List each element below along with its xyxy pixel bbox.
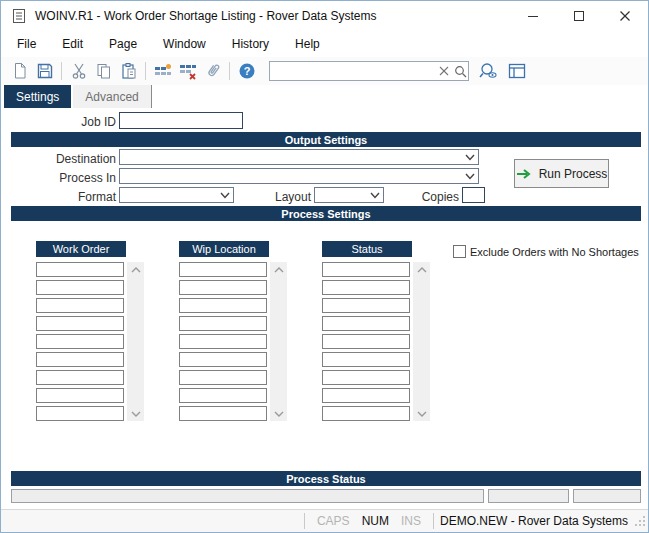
list-row-input[interactable] [322, 352, 410, 367]
toolbar-separator [145, 62, 146, 80]
scroll-down-icon[interactable] [270, 406, 287, 421]
work-order-scrollbar[interactable] [127, 262, 144, 421]
list-row-input[interactable] [322, 298, 410, 313]
resize-grip[interactable] [634, 515, 646, 527]
list-row-input[interactable] [36, 280, 124, 295]
list-row-input[interactable] [322, 280, 410, 295]
copy-button[interactable] [91, 59, 116, 83]
list-row-input[interactable] [322, 334, 410, 349]
window-layout-button[interactable] [504, 59, 529, 83]
list-row-input[interactable] [322, 406, 410, 421]
tab-settings[interactable]: Settings [4, 85, 71, 108]
attachment-icon[interactable] [200, 59, 225, 83]
job-id-input[interactable] [119, 112, 243, 129]
list-row-input[interactable] [36, 352, 124, 367]
chevron-down-icon [464, 151, 476, 163]
list-row-input[interactable] [322, 316, 410, 331]
toolbar-separator [229, 62, 230, 80]
save-button[interactable] [32, 59, 57, 83]
job-id-label: Job ID [1, 115, 116, 129]
run-process-label: Run Process [539, 167, 608, 181]
copies-label: Copies [359, 190, 459, 204]
list-row-input[interactable] [179, 406, 267, 421]
toolbar: ? [1, 57, 648, 85]
process-settings-header: Process Settings [11, 206, 641, 221]
minimize-button[interactable] [510, 1, 556, 31]
copies-input[interactable] [462, 187, 485, 203]
process-status-field-3 [573, 489, 641, 503]
wip-location-list [179, 262, 267, 421]
list-row-input[interactable] [179, 280, 267, 295]
menu-bar: File Edit Page Window History Help [1, 31, 648, 57]
menu-help[interactable]: Help [283, 33, 332, 55]
scroll-down-icon[interactable] [127, 406, 144, 421]
list-row-input[interactable] [322, 262, 410, 277]
title-bar: WOINV.R1 - Work Order Shortage Listing -… [1, 1, 648, 31]
status-column: Status [322, 241, 412, 257]
ins-indicator: INS [401, 514, 421, 528]
tab-bar: Settings Advanced [1, 85, 648, 108]
list-row-input[interactable] [36, 406, 124, 421]
add-detail-button[interactable] [150, 59, 175, 83]
search-box [269, 61, 469, 81]
process-in-dropdown[interactable] [119, 168, 479, 184]
list-row-input[interactable] [179, 316, 267, 331]
scroll-up-icon[interactable] [413, 262, 430, 277]
list-row-input[interactable] [179, 298, 267, 313]
statusbar-separator [433, 513, 434, 529]
caps-indicator: CAPS [317, 514, 350, 528]
list-row-input[interactable] [179, 352, 267, 367]
exclude-shortages-option: Exclude Orders with No Shortages [453, 245, 639, 258]
clear-search-icon[interactable] [436, 66, 452, 76]
list-row-input[interactable] [179, 334, 267, 349]
scroll-up-icon[interactable] [127, 262, 144, 277]
search-icon[interactable] [452, 65, 468, 78]
status-scrollbar[interactable] [413, 262, 430, 421]
run-process-button[interactable]: Run Process [514, 159, 609, 188]
exclude-shortages-checkbox[interactable] [453, 245, 466, 258]
session-info: DEMO.NEW - Rover Data Systems [440, 514, 628, 528]
process-in-label: Process In [1, 171, 116, 185]
status-list [322, 262, 410, 421]
list-row-input[interactable] [36, 316, 124, 331]
list-row-input[interactable] [322, 388, 410, 403]
list-row-input[interactable] [36, 298, 124, 313]
tab-advanced[interactable]: Advanced [73, 85, 151, 108]
destination-dropdown[interactable] [119, 149, 479, 165]
menu-edit[interactable]: Edit [50, 33, 95, 55]
new-document-button[interactable] [7, 59, 32, 83]
list-row-input[interactable] [36, 370, 124, 385]
cut-button[interactable] [66, 59, 91, 83]
window-controls [510, 1, 648, 31]
list-row-input[interactable] [179, 370, 267, 385]
list-row-input[interactable] [179, 262, 267, 277]
menu-window[interactable]: Window [151, 33, 218, 55]
list-row-input[interactable] [36, 388, 124, 403]
scroll-up-icon[interactable] [270, 262, 287, 277]
menu-file[interactable]: File [5, 33, 48, 55]
help-button[interactable]: ? [234, 59, 259, 83]
delete-detail-button[interactable] [175, 59, 200, 83]
exclude-shortages-label: Exclude Orders with No Shortages [470, 246, 639, 258]
list-row-input[interactable] [36, 262, 124, 277]
wip-location-column: Wip Location [179, 241, 269, 257]
process-status-header: Process Status [11, 471, 641, 486]
layout-label: Layout [211, 190, 311, 204]
main-content: Job ID Output Settings Destination Proce… [1, 108, 648, 508]
list-row-input[interactable] [179, 388, 267, 403]
menu-page[interactable]: Page [97, 33, 149, 55]
search-input[interactable] [270, 63, 436, 79]
scroll-down-icon[interactable] [413, 406, 430, 421]
chevron-down-icon [464, 170, 476, 182]
search-view-button[interactable] [475, 59, 500, 83]
svg-text:?: ? [243, 65, 250, 77]
num-indicator: NUM [362, 514, 389, 528]
maximize-button[interactable] [556, 1, 602, 31]
close-button[interactable] [602, 1, 648, 31]
wip-location-scrollbar[interactable] [270, 262, 287, 421]
paste-button[interactable] [116, 59, 141, 83]
output-settings-header: Output Settings [11, 132, 641, 147]
menu-history[interactable]: History [220, 33, 281, 55]
list-row-input[interactable] [36, 334, 124, 349]
list-row-input[interactable] [322, 370, 410, 385]
